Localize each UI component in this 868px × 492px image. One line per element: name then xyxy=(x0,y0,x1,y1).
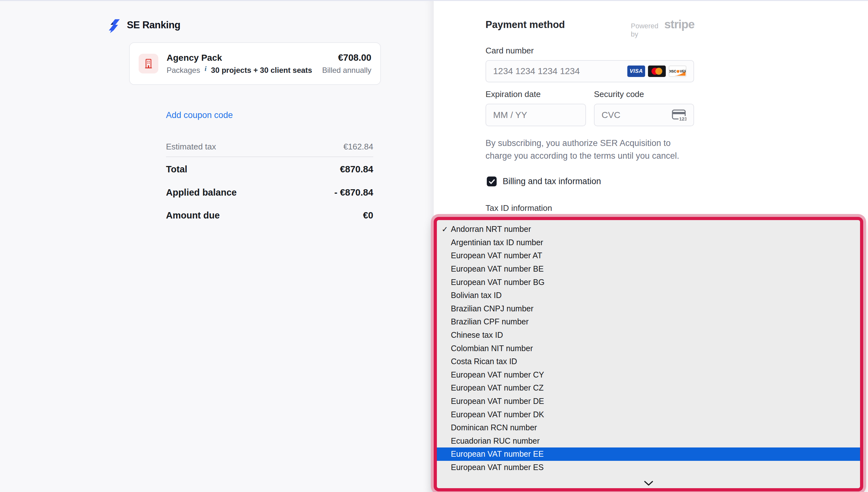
subscription-terms: By subscribing, you authorize SER Acquis… xyxy=(486,137,679,162)
tax-id-option-label: European VAT number BE xyxy=(451,264,544,273)
tax-id-option[interactable]: European VAT number CZ xyxy=(437,381,860,395)
tax-id-option-label: Ecuadorian RUC number xyxy=(451,436,540,446)
totals-divider xyxy=(166,156,373,157)
tax-id-option[interactable]: Chinese tax ID xyxy=(437,328,860,342)
terms-line-1: By subscribing, you authorize SER Acquis… xyxy=(486,137,679,149)
amount-due-value: €0 xyxy=(363,210,373,221)
building-icon xyxy=(138,54,158,73)
tax-id-option-label: Brazilian CPF number xyxy=(451,317,529,326)
tax-id-option[interactable]: European VAT number CY xyxy=(437,368,860,382)
check-icon xyxy=(489,179,495,184)
mastercard-icon xyxy=(648,66,666,77)
tax-id-option[interactable]: European VAT number BE xyxy=(437,262,860,276)
tax-id-option[interactable]: ✓Andorran NRT number xyxy=(437,223,860,236)
tax-id-option[interactable]: Argentinian tax ID number xyxy=(437,236,860,249)
se-ranking-logo-icon xyxy=(106,17,122,33)
tax-id-option-list: ✓Andorran NRT numberArgentinian tax ID n… xyxy=(437,220,860,474)
applied-balance-label: Applied balance xyxy=(166,187,236,198)
amount-due-row: Amount due €0 xyxy=(166,210,373,221)
stripe-logo: stripe xyxy=(664,18,694,31)
estimated-tax-label: Estimated tax xyxy=(166,142,216,152)
powered-by-stripe: Powered by stripe xyxy=(631,18,694,39)
estimated-tax-value: €162.84 xyxy=(343,142,373,152)
discover-dot xyxy=(676,70,680,73)
order-summary-panel: SE Ranking Agency Pack Packages i 30 pro… xyxy=(0,0,434,492)
tax-id-option[interactable]: Brazilian CPF number xyxy=(437,315,860,328)
estimated-tax-row: Estimated tax €162.84 xyxy=(166,142,373,152)
tax-id-option-label: Chinese tax ID xyxy=(451,330,503,340)
tax-id-option-label: Brazilian CNPJ number xyxy=(451,304,534,313)
card-brand-badges: VISA DISC VER xyxy=(627,66,686,77)
tax-id-option[interactable]: European VAT number DE xyxy=(437,395,860,408)
applied-balance-value: - €870.84 xyxy=(334,187,373,198)
expiration-date-field[interactable] xyxy=(486,104,586,126)
svg-text:123: 123 xyxy=(679,116,686,121)
plan-type-label: Packages xyxy=(167,66,200,75)
info-icon[interactable]: i xyxy=(203,65,208,73)
tax-id-option-label: Argentinian tax ID number xyxy=(451,238,543,247)
plan-price: €708.00 xyxy=(322,52,372,63)
brand-name: SE Ranking xyxy=(127,19,180,31)
brand: SE Ranking xyxy=(106,17,180,33)
amount-due-label: Amount due xyxy=(166,210,220,221)
cvc-card-icon: 123 xyxy=(672,109,686,121)
payment-method-title: Payment method xyxy=(486,19,565,30)
security-code-input[interactable] xyxy=(602,110,669,120)
tax-id-option[interactable]: Ecuadorian RUC number xyxy=(437,435,860,448)
visa-icon: VISA xyxy=(627,66,645,77)
plan-details: 30 projects + 30 client seats xyxy=(211,66,312,75)
applied-balance-row: Applied balance - €870.84 xyxy=(166,187,373,198)
tax-id-option-label: Bolivian tax ID xyxy=(451,291,502,300)
tax-id-option[interactable]: European VAT number BG xyxy=(437,275,860,289)
discover-icon: DISC VER xyxy=(669,66,686,77)
card-number-input[interactable] xyxy=(493,66,625,76)
tax-id-option[interactable]: Brazilian CNPJ number xyxy=(437,302,860,316)
selected-check-icon: ✓ xyxy=(442,225,448,234)
tax-id-option[interactable]: European VAT number AT xyxy=(437,249,860,262)
tax-id-option[interactable]: European VAT number DK xyxy=(437,408,860,421)
card-number-field[interactable]: VISA DISC VER xyxy=(486,60,694,82)
total-value: €870.84 xyxy=(340,164,373,175)
tax-id-option[interactable]: Colombian NIT number xyxy=(437,342,860,355)
expiration-date-input[interactable] xyxy=(493,110,578,120)
tax-id-dropdown: ✓Andorran NRT numberArgentinian tax ID n… xyxy=(434,217,863,491)
tax-id-option-label: European VAT number DK xyxy=(451,410,544,419)
security-code-label: Security code xyxy=(594,89,644,99)
tax-id-option-label: European VAT number CZ xyxy=(451,383,544,392)
powered-by-label: Powered by xyxy=(631,22,660,39)
total-label: Total xyxy=(166,164,187,175)
terms-line-2: charge you according to the terms until … xyxy=(486,149,679,162)
tax-id-option-label: European VAT number BG xyxy=(451,278,545,287)
card-number-label: Card number xyxy=(486,46,534,56)
plan-name: Agency Pack xyxy=(167,53,312,63)
total-row: Total €870.84 xyxy=(166,164,373,175)
tax-id-option-label: Andorran NRT number xyxy=(451,224,531,234)
billing-cycle: Billed annually xyxy=(322,66,372,75)
billing-info-row: Billing and tax information xyxy=(487,176,601,187)
plan-card: Agency Pack Packages i 30 projects + 30 … xyxy=(129,42,381,85)
security-code-field[interactable]: 123 xyxy=(594,104,694,126)
tax-id-option[interactable]: European VAT number EE xyxy=(437,447,860,461)
tax-id-option-label: Costa Rican tax ID xyxy=(451,357,517,366)
tax-id-option-label: European VAT number ES xyxy=(451,463,544,472)
billing-info-label: Billing and tax information xyxy=(503,176,601,187)
add-coupon-link[interactable]: Add coupon code xyxy=(166,110,233,120)
tax-id-option-label: Colombian NIT number xyxy=(451,344,533,353)
top-border-line xyxy=(0,0,868,1)
tax-id-option[interactable]: Bolivian tax ID xyxy=(437,289,860,302)
tax-id-option-label: Dominican RCN number xyxy=(451,423,537,432)
expiration-date-label: Expiration date xyxy=(486,89,540,99)
billing-info-checkbox[interactable] xyxy=(487,176,496,187)
tax-id-option-label: European VAT number AT xyxy=(451,251,542,260)
tax-id-option[interactable]: Dominican RCN number xyxy=(437,421,860,435)
tax-id-option-label: European VAT number CY xyxy=(451,370,544,379)
tax-id-option-label: European VAT number EE xyxy=(451,449,544,459)
tax-id-label: Tax ID information xyxy=(486,203,552,213)
tax-id-option[interactable]: European VAT number ES xyxy=(437,461,860,474)
scroll-down-chevron-icon[interactable] xyxy=(644,480,654,486)
tax-id-option[interactable]: Costa Rican tax ID xyxy=(437,355,860,368)
tax-id-option-label: European VAT number DE xyxy=(451,397,544,406)
